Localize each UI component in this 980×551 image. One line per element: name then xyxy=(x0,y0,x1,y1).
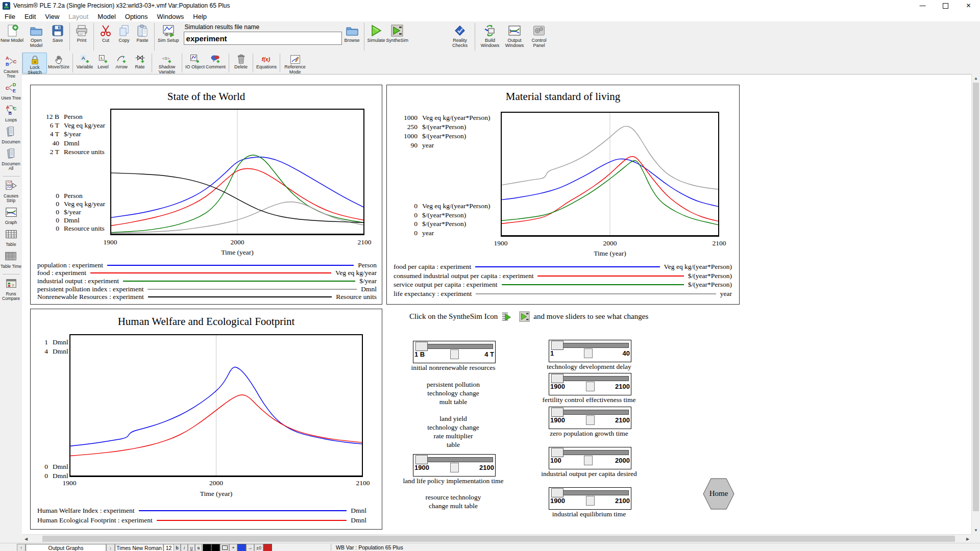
slider-track[interactable] xyxy=(551,410,629,415)
slider-industrial-output-per-capita-desired[interactable]: 1002000 xyxy=(549,447,631,469)
lock-sketch-button[interactable]: Lock Sketch xyxy=(22,53,47,73)
move-size-button[interactable]: Move/Size xyxy=(48,53,69,73)
position-tool-button[interactable]: ⌖ xyxy=(229,544,237,551)
cut-button[interactable]: Cut xyxy=(97,22,114,52)
slider-initial-nonrenewable-resources[interactable]: 1 B4 T xyxy=(413,341,496,363)
equations-button[interactable]: f(x)Equations xyxy=(256,53,277,73)
scroll-up-arrow[interactable]: ▲ xyxy=(972,74,980,82)
slider-handle[interactable] xyxy=(415,455,428,464)
copy-button[interactable]: Copy xyxy=(115,22,133,52)
synthesim-button[interactable]: SyntheSim xyxy=(386,22,409,52)
style-u-button[interactable]: u xyxy=(188,544,195,551)
chart-panel-0: State of the World12 BPerson6 TVeg eq kg… xyxy=(30,85,382,305)
sidebar-item-causes-tree[interactable]: ABCCauses Tree xyxy=(1,55,22,79)
menu-help[interactable]: Help xyxy=(188,12,211,21)
slider-technology-development-delay[interactable]: 140 xyxy=(549,340,631,362)
menu-layout[interactable]: Layout xyxy=(64,12,93,21)
graph-selector-up-button[interactable]: ↑ xyxy=(17,544,26,551)
sidebar-item-runs-compare[interactable]: ?Runs Compare xyxy=(1,278,22,301)
menu-file[interactable]: File xyxy=(0,12,20,21)
shape-style-button[interactable] xyxy=(220,544,229,551)
level-label: Level xyxy=(97,65,109,70)
browse-button[interactable]: Browse xyxy=(344,22,361,52)
sidebar-item-uses-tree[interactable]: CDEUses Tree xyxy=(1,82,21,101)
close-button[interactable]: ✕ xyxy=(957,0,980,11)
new-model-button[interactable]: New Model xyxy=(1,22,23,52)
slider-track[interactable] xyxy=(551,490,629,495)
horizontal-scrollbar[interactable]: ◀ ▶ xyxy=(22,534,972,543)
slider-land-life-policy-implementation-time[interactable]: 19002100 xyxy=(413,454,496,477)
slider-track[interactable] xyxy=(551,376,629,381)
graph-selector[interactable]: Output Graphs xyxy=(26,544,106,551)
slider-track[interactable] xyxy=(551,343,629,348)
line-color-swatch[interactable] xyxy=(237,544,246,551)
sidebar-item-table-time[interactable]: Table Time xyxy=(1,250,21,269)
paste-button[interactable]: Paste xyxy=(134,22,151,52)
save-button[interactable]: Save xyxy=(49,22,66,52)
slider-fertility-control-effectiveness-time[interactable]: 19002100 xyxy=(549,373,631,395)
arrow-button[interactable]: Arrow xyxy=(113,53,130,73)
build-windows-button[interactable]: Build Windows xyxy=(478,22,502,52)
scroll-right-arrow[interactable]: ▶ xyxy=(964,535,972,543)
variable-button[interactable]: AVariable xyxy=(76,53,93,73)
slider-handle[interactable] xyxy=(551,448,564,457)
maximize-button[interactable] xyxy=(934,0,957,11)
control-panel-button[interactable]: Control Panel xyxy=(527,22,551,52)
arrow-style-button[interactable]: → xyxy=(246,544,254,551)
slider-track[interactable] xyxy=(415,344,493,349)
minimize-button[interactable]: — xyxy=(911,0,934,11)
simulate-button[interactable]: Simulate xyxy=(368,22,385,52)
vertical-scroll-thumb[interactable] xyxy=(973,83,979,511)
home-button[interactable]: Home xyxy=(703,478,734,510)
sim-setup-button[interactable]: Sim Setup xyxy=(158,22,179,52)
horizontal-scroll-thumb[interactable] xyxy=(42,536,955,542)
font-selector[interactable]: Times New Roman xyxy=(115,544,163,551)
slider-handle[interactable] xyxy=(551,374,564,383)
sidebar-item-table[interactable]: Table xyxy=(5,228,17,247)
level-button[interactable]: LLevel xyxy=(94,53,112,73)
style-s-button[interactable]: s xyxy=(195,544,202,551)
slider-handle[interactable] xyxy=(551,488,564,497)
delete-button[interactable]: Delete xyxy=(232,53,250,73)
slider-handle[interactable] xyxy=(551,408,564,417)
text-color-swatch[interactable] xyxy=(203,544,211,551)
open-model-button[interactable]: Open Model xyxy=(24,22,48,52)
font-selector-down-button[interactable]: ↓ xyxy=(106,544,115,551)
slider-track[interactable] xyxy=(551,450,629,455)
style-b-button[interactable]: b xyxy=(174,544,181,551)
background-color-swatch[interactable] xyxy=(211,544,220,551)
menu-options[interactable]: Options xyxy=(120,12,153,21)
scroll-down-arrow[interactable]: ▼ xyxy=(972,526,980,534)
slider-zero-population-growth-time[interactable]: 19002100 xyxy=(549,407,631,429)
reference-mode-button[interactable]: Reference Mode xyxy=(283,53,307,73)
menu-windows[interactable]: Windows xyxy=(153,12,189,21)
reality-checks-button[interactable]: Reality Checks xyxy=(448,22,472,52)
sidebar-item-graph[interactable]: Graph xyxy=(5,206,17,225)
slider-center-box xyxy=(450,463,459,472)
font-size-selector[interactable]: 12 xyxy=(163,544,174,551)
menu-view[interactable]: View xyxy=(40,12,64,21)
sidebar-item-causes-strip[interactable]: Causes Strip xyxy=(1,180,22,203)
sidebar-item-loops[interactable]: ABCLoops xyxy=(5,104,17,122)
comment-button[interactable]: Comment xyxy=(206,53,226,73)
slider-industrial-equilibrium-time[interactable]: 19002100 xyxy=(549,487,631,510)
style-i-button[interactable]: i xyxy=(181,544,188,551)
slider-track[interactable] xyxy=(415,457,493,462)
slider-handle[interactable] xyxy=(415,342,428,351)
menu-model[interactable]: Model xyxy=(93,12,120,21)
rate-button[interactable]: Rate xyxy=(131,53,149,73)
sim-results-input[interactable] xyxy=(184,32,342,45)
comment-icon xyxy=(210,54,221,64)
output-windows-button[interactable]: Output Windows xyxy=(503,22,526,52)
io-object-button[interactable]: IO Object xyxy=(185,53,205,73)
numeric-format-button[interactable]: ±0 xyxy=(254,544,263,551)
print-button[interactable]: Print xyxy=(73,22,90,52)
scroll-left-arrow[interactable]: ◀ xyxy=(22,535,30,543)
slider-handle[interactable] xyxy=(551,341,564,350)
shadow-variable-button[interactable]: <S>Shadow Variable xyxy=(155,53,179,73)
marker-color-swatch[interactable] xyxy=(263,544,272,551)
sidebar-item-document[interactable]: Documen xyxy=(2,126,20,144)
sidebar-item-document-all[interactable]: Documen All xyxy=(1,147,22,171)
menu-edit[interactable]: Edit xyxy=(20,12,40,21)
vertical-scrollbar[interactable]: ▲ ▼ xyxy=(971,74,980,534)
